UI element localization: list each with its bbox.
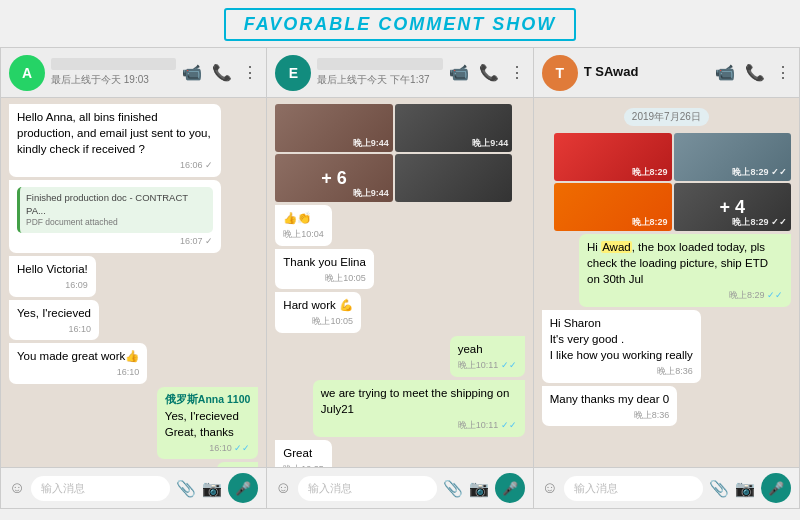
- msg-text: Yes, I'recieved: [165, 408, 251, 424]
- list-item: Great 晚上10:25: [275, 440, 332, 467]
- emoji-button-1[interactable]: ☺: [9, 479, 25, 497]
- chat-input-area-3: ☺ 输入消息 📎 📷 🎤: [534, 467, 799, 508]
- image-more: + 6: [321, 168, 347, 189]
- image-cell: + 4 晚上8:29 ✓✓: [674, 183, 791, 231]
- list-item: we are trying to meet the shipping on Ju…: [313, 380, 525, 437]
- list-item: Hard work 💪 晚上10:05: [275, 292, 361, 333]
- mic-button-3[interactable]: 🎤: [761, 473, 791, 503]
- msg-text: Thank you Elina: [283, 254, 365, 270]
- chat-info-3: T SAwad: [584, 64, 709, 82]
- mic-button-1[interactable]: 🎤: [228, 473, 258, 503]
- image-time: 晚上9:44: [353, 187, 389, 200]
- header-icons-1: 📹 📞 ⋮: [182, 63, 258, 82]
- list-item: 俄罗斯Anna 1100 Yes, I'recieved Great, than…: [157, 387, 259, 459]
- avatar-2: E: [275, 55, 311, 91]
- image-cell: [395, 154, 512, 202]
- video-icon-2[interactable]: 📹: [449, 63, 469, 82]
- doc-attachment: Finished production doc - CONTRACT PA...…: [17, 187, 213, 233]
- msg-time: 16:10: [17, 366, 139, 379]
- phone-icon-2[interactable]: 📞: [479, 63, 499, 82]
- message-input-1[interactable]: 输入消息: [31, 476, 170, 501]
- camera-button-2[interactable]: 📷: [469, 479, 489, 498]
- chat-input-area-2: ☺ 输入消息 📎 📷 🎤: [267, 467, 532, 508]
- msg-time: 晚上8:36: [550, 409, 670, 422]
- avatar-3: T: [542, 55, 578, 91]
- image-cell: + 6 晚上9:44: [275, 154, 392, 202]
- msg-emoji: 😊: [225, 465, 250, 467]
- msg-time: 晚上10:11 ✓✓: [321, 419, 517, 432]
- msg-text: Yes, I'recieved: [17, 305, 91, 321]
- msg-text: Hello Victoria!: [17, 261, 88, 277]
- video-icon-3[interactable]: 📹: [715, 63, 735, 82]
- image-time: 晚上9:44: [353, 137, 389, 150]
- list-item: 😊 16:10: [217, 462, 258, 467]
- phone-icon-1[interactable]: 📞: [212, 63, 232, 82]
- image-time: 晚上8:29 ✓✓: [732, 166, 787, 179]
- video-icon-1[interactable]: 📹: [182, 63, 202, 82]
- list-item: yeah 晚上10:11 ✓✓: [450, 336, 525, 377]
- chat-panel-2: E 最后上线于今天 下午1:37 📹 📞 ⋮ 晚上9:44 晚上9:44: [267, 48, 533, 508]
- msg-time: 晚上8:29 ✓✓: [587, 289, 783, 302]
- list-item: Hello Victoria! 16:09: [9, 256, 96, 297]
- emoji-button-3[interactable]: ☺: [542, 479, 558, 497]
- chat-status-2: 最后上线于今天 下午1:37: [317, 73, 442, 87]
- msg-time: 晚上10:05: [283, 315, 353, 328]
- msg-text: Hello Anna, all bins finished production…: [17, 109, 213, 157]
- chat-header-2: E 最后上线于今天 下午1:37 📹 📞 ⋮: [267, 48, 532, 98]
- msg-text: Great: [283, 445, 324, 461]
- image-grid-panel3-top: 晚上8:29 晚上8:29 ✓✓ 晚上8:29 + 4 晚上8:29 ✓✓: [554, 133, 791, 231]
- msg-text: Many thanks my dear 0: [550, 391, 670, 407]
- chat-name-3: T SAwad: [584, 64, 709, 79]
- header-title-box: FAVORABLE COMMENT SHOW: [224, 8, 577, 41]
- image-time: 晚上8:29: [632, 216, 668, 229]
- msg-time: 晚上10:11 ✓✓: [458, 359, 517, 372]
- image-time: 晚上9:44: [472, 137, 508, 150]
- msg-time: 16:10 ✓✓: [165, 442, 251, 455]
- more-icon-2[interactable]: ⋮: [509, 63, 525, 82]
- mic-button-2[interactable]: 🎤: [495, 473, 525, 503]
- attach-button-2[interactable]: 📎: [443, 479, 463, 498]
- camera-button-3[interactable]: 📷: [735, 479, 755, 498]
- phone-icon-3[interactable]: 📞: [745, 63, 765, 82]
- image-grid: 晚上8:29 晚上8:29 ✓✓ 晚上8:29 + 4 晚上8:29 ✓✓: [554, 133, 791, 231]
- chat-header-3: T T SAwad 📹 📞 ⋮: [534, 48, 799, 98]
- message-input-2[interactable]: 输入消息: [298, 476, 437, 501]
- chat-header-1: A 最后上线于今天 19:03 📹 📞 ⋮: [1, 48, 266, 98]
- camera-button-1[interactable]: 📷: [202, 479, 222, 498]
- chat-body-3: 2019年7月26日 晚上8:29 晚上8:29 ✓✓ 晚上8:29 + 4 晚: [534, 98, 799, 467]
- list-item: Finished production doc - CONTRACT PA...…: [9, 180, 221, 253]
- chat-name-2: [317, 58, 442, 70]
- attach-button-3[interactable]: 📎: [709, 479, 729, 498]
- list-item: Hi Awad, the box loaded today, pls check…: [579, 234, 791, 307]
- image-time: 晚上8:29: [632, 166, 668, 179]
- msg-text: You made great work👍: [17, 348, 139, 364]
- image-cell: 晚上8:29: [554, 183, 671, 231]
- header-icons-3: 📹 📞 ⋮: [715, 63, 791, 82]
- msg-sender: 俄罗斯Anna 1100: [165, 392, 251, 407]
- attach-button-1[interactable]: 📎: [176, 479, 196, 498]
- chat-panel-1: A 最后上线于今天 19:03 📹 📞 ⋮ Hello Anna, all bi…: [1, 48, 267, 508]
- msg-time: 晚上10:25: [283, 463, 324, 467]
- more-icon-3[interactable]: ⋮: [775, 63, 791, 82]
- list-item: Hi SharonIt's very good .I like how you …: [542, 310, 701, 383]
- msg-time: 16:09: [17, 279, 88, 292]
- chat-status-1: 最后上线于今天 19:03: [51, 73, 176, 87]
- list-item: Hello Anna, all bins finished production…: [9, 104, 221, 177]
- chat-body-2: 晚上9:44 晚上9:44 + 6 晚上9:44 👍👏 晚上10:04: [267, 98, 532, 467]
- page-title: FAVORABLE COMMENT SHOW: [244, 14, 557, 34]
- image-cell: 晚上9:44: [395, 104, 512, 152]
- emoji-button-2[interactable]: ☺: [275, 479, 291, 497]
- chat-body-1: Hello Anna, all bins finished production…: [1, 98, 266, 467]
- chats-container: A 最后上线于今天 19:03 📹 📞 ⋮ Hello Anna, all bi…: [0, 47, 800, 509]
- message-input-3[interactable]: 输入消息: [564, 476, 703, 501]
- list-item: You made great work👍 16:10: [9, 343, 147, 384]
- avatar-1: A: [9, 55, 45, 91]
- list-item: Yes, I'recieved 16:10: [9, 300, 99, 341]
- header-banner: FAVORABLE COMMENT SHOW: [0, 0, 800, 47]
- msg-text: Hard work 💪: [283, 297, 353, 313]
- chat-name-1: [51, 58, 176, 70]
- image-cell: 晚上8:29: [554, 133, 671, 181]
- msg-time: 16:10: [17, 323, 91, 336]
- image-cell: 晚上9:44: [275, 104, 392, 152]
- more-icon-1[interactable]: ⋮: [242, 63, 258, 82]
